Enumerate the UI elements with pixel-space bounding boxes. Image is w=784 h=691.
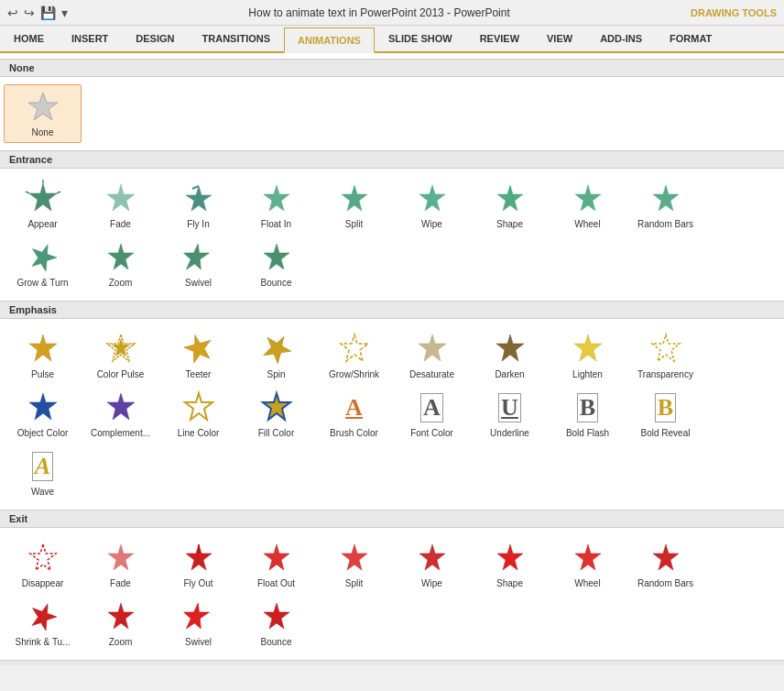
anim-lighten[interactable]: Lighten [549, 326, 626, 385]
back-icon[interactable]: ↩ [7, 5, 18, 20]
anim-fontcolor[interactable]: A Font Color [393, 385, 471, 444]
anim-wheel-exit[interactable]: Wheel [549, 535, 626, 594]
anim-disappear[interactable]: Disappear [4, 535, 82, 594]
anim-shrinkturn[interactable]: Shrink & Tu... [4, 594, 82, 653]
anim-complement[interactable]: Complement... [82, 385, 159, 444]
boldflash-icon: B [570, 389, 606, 426]
ribbon-tabs: HOME INSERT DESIGN TRANSITIONS ANIMATION… [0, 26, 784, 53]
anim-flyin[interactable]: Fly In [159, 176, 237, 235]
anim-fade-exit[interactable]: Fade [82, 535, 159, 594]
anim-fillcolor[interactable]: Fill Color [237, 385, 315, 444]
split-label: Split [345, 219, 363, 230]
swivel-exit-label: Swivel [185, 637, 212, 648]
redo-icon[interactable]: ↪ [24, 5, 35, 20]
svg-marker-23 [419, 335, 446, 361]
appear-label: Appear [27, 219, 57, 230]
anim-transparency[interactable]: Transparency [626, 326, 704, 385]
anim-randombars-exit[interactable]: Random Bars [626, 535, 704, 594]
objectcolor-label: Object Color [17, 428, 69, 439]
anim-spin[interactable]: Spin [237, 326, 315, 385]
tab-transitions[interactable]: TRANSITIONS [189, 26, 285, 51]
anim-flyout[interactable]: Fly Out [159, 535, 237, 594]
save-icon[interactable]: 💾 [40, 5, 56, 20]
zoom-entrance-icon [103, 239, 139, 276]
lighten-icon [570, 331, 606, 367]
wave-label: Wave [31, 487, 54, 498]
tab-view[interactable]: VIEW [533, 26, 586, 51]
fade-label: Fade [110, 219, 131, 230]
anim-swivel-entrance[interactable]: Swivel [159, 235, 237, 293]
svg-marker-44 [264, 603, 289, 629]
tab-home[interactable]: HOME [0, 26, 58, 51]
anim-linecolor[interactable]: Line Color [159, 385, 237, 444]
anim-bounce-entrance[interactable]: Bounce [237, 235, 315, 293]
anim-growshrink[interactable]: Grow/Shrink [315, 326, 393, 385]
tab-design[interactable]: DESIGN [122, 26, 188, 51]
anim-wheel[interactable]: Wheel [549, 176, 626, 235]
complement-label: Complement... [91, 428, 150, 439]
transparency-icon [648, 331, 684, 367]
anim-zoom-entrance[interactable]: Zoom [82, 235, 159, 293]
anim-bounce-exit[interactable]: Bounce [237, 594, 315, 653]
anim-zoom-exit[interactable]: Zoom [82, 594, 159, 653]
anim-none[interactable]: None [4, 84, 82, 143]
svg-marker-12 [653, 185, 679, 211]
svg-marker-0 [28, 93, 58, 120]
svg-marker-6 [186, 186, 212, 211]
tab-addins[interactable]: ADD-INS [586, 26, 656, 51]
anim-shape[interactable]: Shape [471, 176, 549, 235]
emphasis-grid: Pulse Color Pulse Teeter [0, 319, 784, 510]
wheel-icon [570, 181, 606, 217]
anim-shape-exit[interactable]: Shape [471, 535, 549, 594]
anim-fade[interactable]: Fade [82, 176, 159, 235]
svg-marker-26 [652, 335, 680, 361]
bounce-entrance-label: Bounce [261, 278, 292, 289]
anim-colorpulse[interactable]: Color Pulse [82, 326, 159, 385]
desaturate-label: Desaturate [409, 369, 454, 380]
anim-boldreveal[interactable]: B Bold Reveal [626, 385, 704, 444]
anim-wave[interactable]: A Wave [4, 444, 82, 502]
wave-icon: A [25, 448, 61, 485]
zoom-exit-label: Zoom [109, 637, 133, 648]
svg-marker-27 [29, 393, 57, 420]
shape-exit-icon [492, 540, 528, 576]
wipe-icon [414, 181, 451, 217]
anim-split-exit[interactable]: Split [315, 535, 393, 594]
fillcolor-icon [258, 389, 295, 426]
anim-teeter[interactable]: Teeter [159, 326, 237, 385]
tab-format[interactable]: FORMAT [656, 26, 725, 51]
tab-animations[interactable]: ANIMATIONS [284, 27, 375, 53]
anim-desaturate[interactable]: Desaturate [393, 326, 471, 385]
anim-objectcolor[interactable]: Object Color [4, 385, 82, 444]
anim-growturn[interactable]: Grow & Turn [4, 235, 82, 293]
tab-review[interactable]: REVIEW [466, 26, 533, 51]
anim-brushcolor[interactable]: A Brush Color [315, 385, 393, 444]
shrinkturn-label: Shrink & Tu... [15, 637, 70, 648]
anim-wipe-exit[interactable]: Wipe [393, 535, 471, 594]
tab-insert[interactable]: INSERT [58, 26, 122, 51]
split-icon [336, 181, 373, 217]
anim-underline[interactable]: U Underline [471, 385, 549, 444]
tab-slideshow[interactable]: SLIDE SHOW [375, 26, 466, 51]
anim-appear[interactable]: Appear [4, 176, 82, 235]
anim-darken[interactable]: Darken [471, 326, 549, 385]
randombars-exit-label: Random Bars [637, 578, 693, 589]
anim-wipe[interactable]: Wipe [393, 176, 471, 235]
boldreveal-icon: B [648, 389, 684, 426]
more-icon[interactable]: ▾ [61, 5, 68, 20]
svg-marker-28 [107, 393, 135, 420]
fade-icon [103, 181, 139, 217]
wheel-label: Wheel [574, 219, 600, 230]
anim-randombars[interactable]: Random Bars [626, 176, 704, 235]
anim-pulse[interactable]: Pulse [4, 326, 82, 385]
objectcolor-icon [25, 389, 61, 426]
anim-split[interactable]: Split [315, 176, 393, 235]
anim-floatin[interactable]: Float In [237, 176, 315, 235]
fade-exit-icon [103, 540, 139, 576]
anim-boldflash[interactable]: B Bold Flash [549, 385, 626, 444]
shape-label: Shape [496, 219, 523, 230]
anim-swivel-exit[interactable]: Swivel [159, 594, 237, 653]
boldreveal-label: Bold Reveal [641, 428, 691, 439]
section-none-header: None [0, 59, 784, 77]
anim-floatout[interactable]: Float Out [237, 535, 315, 594]
